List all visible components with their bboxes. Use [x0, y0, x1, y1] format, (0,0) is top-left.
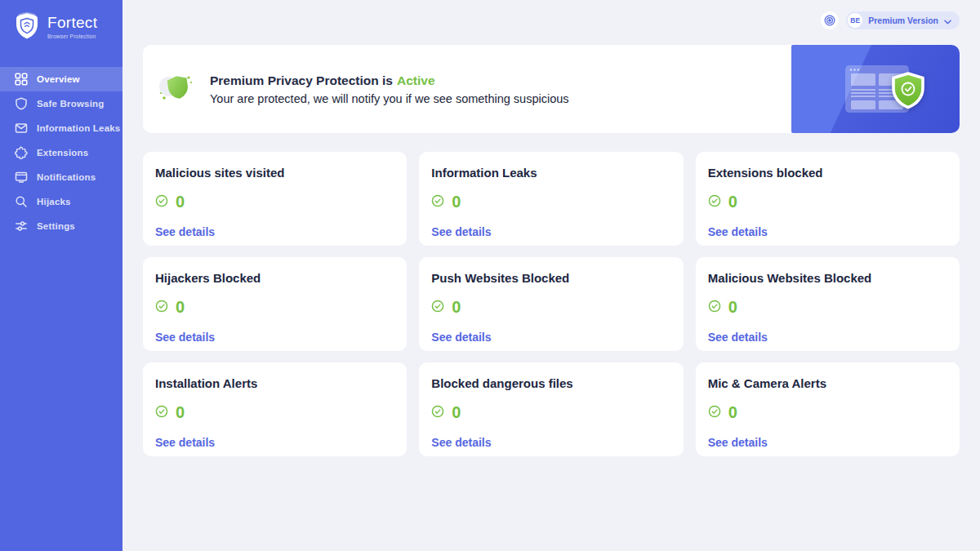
- card-blocked-dangerous-files: Blocked dangerous files 0 See details: [419, 362, 683, 456]
- card-hijackers-blocked: Hijackers Blocked 0 See details: [143, 257, 407, 351]
- card-count: 0: [176, 403, 185, 422]
- card-malicious-websites-blocked: Malicious Websites Blocked 0 See details: [696, 257, 960, 351]
- card-count: 0: [728, 298, 737, 317]
- card-information-leaks: Information Leaks 0 See details: [419, 152, 683, 246]
- check-circle-icon: [708, 405, 721, 421]
- check-circle-icon: [708, 194, 721, 211]
- check-circle-icon: [431, 405, 444, 421]
- card-count: 0: [728, 403, 737, 422]
- sliders-icon: [15, 220, 28, 233]
- card-count: 0: [728, 193, 737, 211]
- dashboard-icon: [15, 73, 28, 86]
- see-details-link[interactable]: See details: [155, 331, 215, 344]
- card-title: Push Websites Blocked: [431, 271, 670, 285]
- see-details-link[interactable]: See details: [155, 436, 215, 449]
- check-circle-icon: [155, 405, 168, 421]
- sidebar-item-label: Settings: [37, 221, 75, 231]
- card-installation-alerts: Installation Alerts 0 See details: [143, 362, 407, 456]
- sidebar-nav: Overview Safe Browsing Information Leaks…: [0, 67, 122, 238]
- magnifier-icon: [15, 195, 28, 208]
- card-title: Information Leaks: [431, 166, 670, 180]
- card-title: Blocked dangerous files: [431, 376, 670, 390]
- card-push-websites-blocked: Push Websites Blocked 0 See details: [419, 257, 683, 351]
- card-count: 0: [176, 298, 185, 317]
- see-details-link[interactable]: See details: [708, 225, 768, 238]
- app-tagline: Browser Protection: [47, 33, 97, 39]
- main-content: BE Premium Version: [122, 0, 980, 551]
- sidebar-item-label: Hijacks: [37, 197, 71, 207]
- sidebar-item-label: Extensions: [37, 148, 88, 158]
- sidebar-item-label: Notifications: [37, 172, 96, 182]
- browser-window-icon: [15, 171, 28, 184]
- check-circle-icon: [155, 300, 168, 316]
- puzzle-icon: [15, 146, 28, 159]
- card-count: 0: [452, 298, 461, 317]
- sidebar-item-safe-browsing[interactable]: Safe Browsing: [0, 91, 122, 116]
- check-circle-icon: [431, 194, 444, 211]
- sidebar-item-extensions[interactable]: Extensions: [0, 140, 122, 165]
- see-details-link[interactable]: See details: [431, 436, 491, 449]
- app-name: Fortect: [47, 15, 97, 32]
- card-title: Extensions blocked: [708, 166, 947, 180]
- fortect-shield-logo-icon: [13, 10, 41, 44]
- see-details-link[interactable]: See details: [708, 331, 768, 344]
- status-active: Active: [397, 73, 435, 87]
- check-circle-icon: [431, 300, 444, 316]
- support-target-icon[interactable]: [821, 11, 839, 29]
- card-count: 0: [452, 403, 461, 422]
- see-details-link[interactable]: See details: [431, 331, 491, 344]
- plan-dropdown[interactable]: BE Premium Version: [846, 11, 960, 29]
- app-logo: Fortect Browser Protection: [0, 0, 122, 56]
- card-title: Malicious Websites Blocked: [708, 271, 947, 285]
- plan-label: Premium Version: [868, 16, 938, 25]
- see-details-link[interactable]: See details: [431, 225, 491, 238]
- topbar: BE Premium Version: [821, 11, 960, 29]
- card-count: 0: [176, 193, 185, 211]
- sidebar-item-settings[interactable]: Settings: [0, 214, 122, 238]
- see-details-link[interactable]: See details: [155, 225, 215, 238]
- sidebar-item-label: Safe Browsing: [37, 99, 104, 109]
- sidebar-item-overview[interactable]: Overview: [0, 67, 122, 91]
- check-circle-icon: [155, 194, 168, 211]
- sidebar-item-label: Overview: [37, 74, 80, 84]
- stats-grid: Malicious sites visited 0 See details In…: [143, 152, 960, 456]
- envelope-icon: [15, 122, 28, 135]
- status-banner: Premium Privacy Protection isActive Your…: [143, 45, 960, 133]
- sidebar-item-hijacks[interactable]: Hijacks: [0, 189, 122, 214]
- banner-text: Premium Privacy Protection isActive Your…: [210, 73, 569, 105]
- card-mic-camera-alerts: Mic & Camera Alerts 0 See details: [696, 362, 960, 456]
- card-malicious-sites-visited: Malicious sites visited 0 See details: [143, 152, 407, 246]
- language-badge: BE: [848, 13, 862, 28]
- shield-icon: [15, 97, 28, 110]
- sidebar-item-notifications[interactable]: Notifications: [0, 165, 122, 189]
- privacy-shield-icon: [158, 71, 192, 107]
- card-count: 0: [452, 193, 461, 211]
- card-title: Installation Alerts: [155, 376, 394, 390]
- banner-illustration: [791, 45, 960, 133]
- chevron-down-icon: [944, 13, 951, 28]
- card-title: Mic & Camera Alerts: [708, 376, 947, 390]
- check-circle-icon: [708, 300, 721, 316]
- banner-subtitle: Your are protected, we will notify you i…: [210, 92, 569, 105]
- card-title: Malicious sites visited: [155, 166, 394, 180]
- sidebar-item-label: Information Leaks: [37, 123, 120, 133]
- shield-check-illustration: [889, 71, 927, 115]
- see-details-link[interactable]: See details: [708, 436, 768, 449]
- sidebar-item-information-leaks[interactable]: Information Leaks: [0, 116, 122, 140]
- card-title: Hijackers Blocked: [155, 271, 394, 285]
- banner-title: Premium Privacy Protection isActive: [210, 73, 569, 88]
- card-extensions-blocked: Extensions blocked 0 See details: [696, 152, 960, 246]
- sidebar: Fortect Browser Protection Overview Safe…: [0, 0, 122, 551]
